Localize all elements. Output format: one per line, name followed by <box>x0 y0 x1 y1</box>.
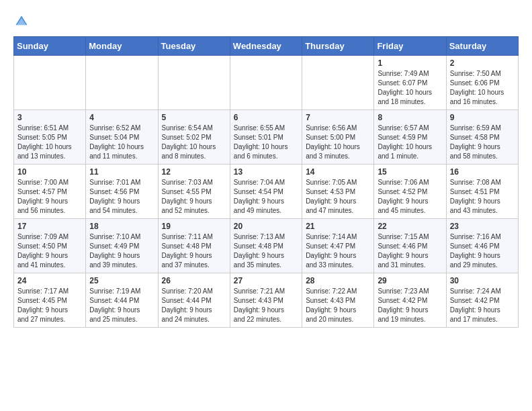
day-number: 28 <box>306 276 370 285</box>
calendar-cell <box>230 56 302 110</box>
calendar-cell: 29Sunrise: 7:23 AM Sunset: 4:42 PM Dayli… <box>374 273 446 328</box>
calendar-cell: 22Sunrise: 7:15 AM Sunset: 4:46 PM Dayli… <box>374 219 446 273</box>
calendar-cell <box>158 56 230 110</box>
day-number: 29 <box>378 276 442 285</box>
calendar-cell: 10Sunrise: 7:00 AM Sunset: 4:57 PM Dayli… <box>14 165 86 219</box>
calendar-cell: 23Sunrise: 7:16 AM Sunset: 4:46 PM Dayli… <box>446 219 518 273</box>
day-number: 1 <box>378 58 442 68</box>
calendar-cell: 13Sunrise: 7:04 AM Sunset: 4:54 PM Dayli… <box>230 165 302 219</box>
day-number: 9 <box>450 113 515 122</box>
day-info: Sunrise: 7:19 AM Sunset: 4:44 PM Dayligh… <box>89 287 154 324</box>
day-number: 10 <box>17 167 82 177</box>
day-info: Sunrise: 7:24 AM Sunset: 4:42 PM Dayligh… <box>450 287 515 324</box>
day-info: Sunrise: 6:57 AM Sunset: 4:59 PM Dayligh… <box>378 124 442 161</box>
day-number: 15 <box>378 167 442 177</box>
day-info: Sunrise: 6:59 AM Sunset: 4:58 PM Dayligh… <box>450 124 515 161</box>
calendar-cell: 14Sunrise: 7:05 AM Sunset: 4:53 PM Dayli… <box>302 165 374 219</box>
calendar-week-row: 17Sunrise: 7:09 AM Sunset: 4:50 PM Dayli… <box>14 219 519 273</box>
calendar-cell: 17Sunrise: 7:09 AM Sunset: 4:50 PM Dayli… <box>14 219 86 273</box>
calendar-cell: 25Sunrise: 7:19 AM Sunset: 4:44 PM Dayli… <box>86 273 158 328</box>
day-info: Sunrise: 7:00 AM Sunset: 4:57 PM Dayligh… <box>17 178 82 216</box>
day-info: Sunrise: 7:16 AM Sunset: 4:46 PM Dayligh… <box>450 232 515 270</box>
logo <box>13 13 32 30</box>
calendar-cell: 21Sunrise: 7:14 AM Sunset: 4:47 PM Dayli… <box>302 219 374 273</box>
day-number: 11 <box>89 167 154 177</box>
calendar-cell: 27Sunrise: 7:21 AM Sunset: 4:43 PM Dayli… <box>230 273 302 328</box>
day-number: 12 <box>162 167 226 177</box>
day-info: Sunrise: 7:05 AM Sunset: 4:53 PM Dayligh… <box>306 178 370 216</box>
day-info: Sunrise: 6:54 AM Sunset: 5:02 PM Dayligh… <box>162 124 226 161</box>
day-info: Sunrise: 7:22 AM Sunset: 4:43 PM Dayligh… <box>306 287 370 324</box>
day-number: 2 <box>450 58 515 68</box>
day-number: 26 <box>162 276 226 285</box>
day-number: 19 <box>162 222 226 231</box>
calendar-header-friday: Friday <box>374 37 446 56</box>
day-number: 25 <box>89 276 154 285</box>
calendar-header-row: SundayMondayTuesdayWednesdayThursdayFrid… <box>14 37 519 56</box>
calendar-cell: 16Sunrise: 7:08 AM Sunset: 4:51 PM Dayli… <box>446 165 518 219</box>
day-info: Sunrise: 7:06 AM Sunset: 4:52 PM Dayligh… <box>378 178 442 216</box>
day-info: Sunrise: 7:14 AM Sunset: 4:47 PM Dayligh… <box>306 232 370 270</box>
calendar-cell: 4Sunrise: 6:52 AM Sunset: 5:04 PM Daylig… <box>86 110 158 165</box>
day-number: 13 <box>234 167 298 177</box>
day-number: 8 <box>378 113 442 122</box>
calendar-cell: 7Sunrise: 6:56 AM Sunset: 5:00 PM Daylig… <box>302 110 374 165</box>
calendar-header-thursday: Thursday <box>302 37 374 56</box>
day-info: Sunrise: 6:56 AM Sunset: 5:00 PM Dayligh… <box>306 124 370 161</box>
calendar-cell: 24Sunrise: 7:17 AM Sunset: 4:45 PM Dayli… <box>14 273 86 328</box>
calendar-header-sunday: Sunday <box>14 37 86 56</box>
day-number: 4 <box>89 113 154 122</box>
day-info: Sunrise: 7:50 AM Sunset: 6:06 PM Dayligh… <box>450 69 515 107</box>
calendar-cell: 11Sunrise: 7:01 AM Sunset: 4:56 PM Dayli… <box>86 165 158 219</box>
day-info: Sunrise: 7:09 AM Sunset: 4:50 PM Dayligh… <box>17 232 82 270</box>
calendar-cell: 15Sunrise: 7:06 AM Sunset: 4:52 PM Dayli… <box>374 165 446 219</box>
calendar-cell <box>302 56 374 110</box>
calendar-cell: 6Sunrise: 6:55 AM Sunset: 5:01 PM Daylig… <box>230 110 302 165</box>
day-number: 5 <box>162 113 226 122</box>
calendar-cell <box>86 56 158 110</box>
day-info: Sunrise: 7:11 AM Sunset: 4:48 PM Dayligh… <box>162 232 226 270</box>
day-number: 30 <box>450 276 515 285</box>
day-info: Sunrise: 7:10 AM Sunset: 4:49 PM Dayligh… <box>89 232 154 270</box>
day-info: Sunrise: 7:03 AM Sunset: 4:55 PM Dayligh… <box>162 178 226 216</box>
day-number: 7 <box>306 113 370 122</box>
logo-icon <box>13 13 30 30</box>
day-number: 17 <box>17 222 82 231</box>
calendar-cell: 3Sunrise: 6:51 AM Sunset: 5:05 PM Daylig… <box>14 110 86 165</box>
day-info: Sunrise: 7:08 AM Sunset: 4:51 PM Dayligh… <box>450 178 515 216</box>
calendar-cell: 30Sunrise: 7:24 AM Sunset: 4:42 PM Dayli… <box>446 273 518 328</box>
calendar-week-row: 10Sunrise: 7:00 AM Sunset: 4:57 PM Dayli… <box>14 165 519 219</box>
day-info: Sunrise: 6:55 AM Sunset: 5:01 PM Dayligh… <box>234 124 298 161</box>
day-info: Sunrise: 7:17 AM Sunset: 4:45 PM Dayligh… <box>17 287 82 324</box>
day-info: Sunrise: 7:01 AM Sunset: 4:56 PM Dayligh… <box>89 178 154 216</box>
day-info: Sunrise: 7:13 AM Sunset: 4:48 PM Dayligh… <box>234 232 298 270</box>
day-number: 21 <box>306 222 370 231</box>
day-info: Sunrise: 7:49 AM Sunset: 6:07 PM Dayligh… <box>378 69 442 107</box>
day-info: Sunrise: 6:51 AM Sunset: 5:05 PM Dayligh… <box>17 124 82 161</box>
day-number: 22 <box>378 222 442 231</box>
calendar-table: SundayMondayTuesdayWednesdayThursdayFrid… <box>13 36 519 328</box>
day-number: 23 <box>450 222 515 231</box>
day-info: Sunrise: 7:04 AM Sunset: 4:54 PM Dayligh… <box>234 178 298 216</box>
day-info: Sunrise: 6:52 AM Sunset: 5:04 PM Dayligh… <box>89 124 154 161</box>
calendar-cell <box>14 56 86 110</box>
calendar-week-row: 1Sunrise: 7:49 AM Sunset: 6:07 PM Daylig… <box>14 56 519 110</box>
day-number: 27 <box>234 276 298 285</box>
day-number: 20 <box>234 222 298 231</box>
calendar-cell: 8Sunrise: 6:57 AM Sunset: 4:59 PM Daylig… <box>374 110 446 165</box>
day-number: 16 <box>450 167 515 177</box>
calendar-header-saturday: Saturday <box>446 37 518 56</box>
day-info: Sunrise: 7:20 AM Sunset: 4:44 PM Dayligh… <box>162 287 226 324</box>
calendar-cell: 19Sunrise: 7:11 AM Sunset: 4:48 PM Dayli… <box>158 219 230 273</box>
day-info: Sunrise: 7:15 AM Sunset: 4:46 PM Dayligh… <box>378 232 442 270</box>
day-number: 14 <box>306 167 370 177</box>
day-number: 18 <box>89 222 154 231</box>
calendar-cell: 9Sunrise: 6:59 AM Sunset: 4:58 PM Daylig… <box>446 110 518 165</box>
calendar-header-monday: Monday <box>86 37 158 56</box>
day-number: 3 <box>17 113 82 122</box>
calendar-cell: 20Sunrise: 7:13 AM Sunset: 4:48 PM Dayli… <box>230 219 302 273</box>
calendar-cell: 28Sunrise: 7:22 AM Sunset: 4:43 PM Dayli… <box>302 273 374 328</box>
calendar-header-tuesday: Tuesday <box>158 37 230 56</box>
calendar-cell: 18Sunrise: 7:10 AM Sunset: 4:49 PM Dayli… <box>86 219 158 273</box>
page-header <box>13 13 519 30</box>
